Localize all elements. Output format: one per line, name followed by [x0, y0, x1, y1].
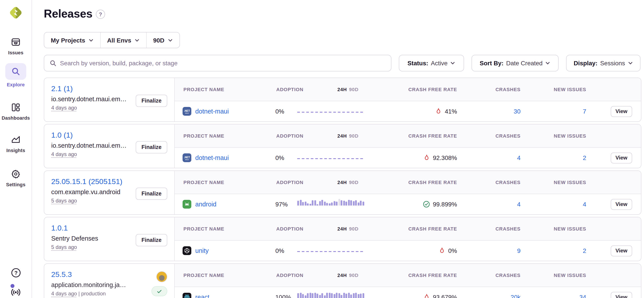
sidebar-label-settings: Settings — [6, 182, 26, 187]
sidebar-label-insights: Insights — [6, 148, 25, 153]
display-dropdown[interactable]: Display: Sessions — [566, 55, 640, 71]
view-button[interactable]: View — [611, 199, 632, 210]
new-issues-link[interactable]: 2 — [583, 154, 586, 161]
release-package: io.sentry.dotnet.maui.em… — [51, 96, 136, 103]
android-project-icon — [182, 200, 191, 209]
adoption-value: 0% — [271, 247, 297, 254]
status-value: Active — [431, 60, 448, 67]
sidebar-item-dashboards[interactable]: Dashboards — [0, 102, 32, 121]
period-24h-toggle[interactable]: 24H — [337, 226, 347, 231]
page-title: Releases — [44, 7, 92, 21]
release-version-link[interactable]: 2.1 (1) — [51, 85, 73, 93]
release-version-link[interactable]: 25.5.3 — [51, 270, 72, 279]
search-input[interactable] — [60, 60, 386, 67]
adoption-value: 97% — [271, 201, 297, 208]
adoption-sparkline — [297, 241, 372, 261]
svg-text:MAUI: MAUI — [185, 159, 189, 160]
finalized-check-button[interactable] — [152, 286, 167, 296]
org-logo[interactable] — [8, 5, 23, 20]
period-24h-toggle[interactable]: 24H — [337, 180, 347, 185]
crashes-link[interactable]: 4 — [517, 201, 520, 208]
project-filter-value: My Projects — [51, 37, 85, 44]
page-title-help-icon[interactable]: ? — [96, 10, 105, 19]
release-timestamp: 4 days agoproduction — [51, 290, 152, 297]
crashes-link[interactable]: 9 — [517, 247, 520, 254]
flame-icon — [423, 154, 430, 161]
period-90d-toggle[interactable]: 90D — [349, 87, 358, 92]
issues-icon — [10, 36, 22, 48]
dotnet-maui-project-icon: .NETMAUI — [182, 107, 191, 116]
release-timestamp: 5 days ago — [51, 198, 136, 204]
sort-by-value: Date Created — [506, 60, 543, 67]
period-24h-toggle[interactable]: 24H — [337, 87, 347, 92]
crash-free-value: 0% — [448, 247, 457, 254]
release-version-link[interactable]: 1.0 (1) — [51, 131, 73, 140]
column-header-crash-free-rate: Crash Free Rate — [372, 133, 466, 138]
chevron-down-icon — [450, 61, 456, 66]
project-link[interactable]: unity — [195, 247, 208, 254]
column-header-crashes: Crashes — [466, 133, 529, 138]
release-version-link[interactable]: 25.05.15.1 (2505151) — [51, 177, 122, 186]
period-24h-toggle[interactable]: 24H — [337, 133, 347, 138]
period-90d-toggle[interactable]: 90D — [349, 272, 358, 278]
period-24h-toggle[interactable]: 24H — [337, 272, 347, 278]
project-row: android 97% 99.899% 4 4 View — [175, 194, 641, 214]
column-header-adoption: Adoption — [276, 87, 304, 92]
column-header-crash-free-rate: Crash Free Rate — [372, 180, 466, 185]
new-issues-link[interactable]: 7 — [583, 108, 586, 115]
sidebar-item-settings[interactable]: Settings — [0, 168, 32, 187]
view-button[interactable]: View — [611, 292, 632, 298]
project-row: .NETMAUI dotnet-maui 0% 41% 30 7 View — [175, 101, 641, 121]
new-issues-link[interactable]: 34 — [580, 293, 586, 298]
date-range-filter-value: 90D — [153, 37, 164, 44]
react-project-icon — [182, 293, 191, 298]
finalize-button[interactable]: Finalize — [136, 188, 167, 200]
view-button[interactable]: View — [611, 245, 632, 256]
adoption-sparkline — [297, 194, 372, 214]
period-90d-toggle[interactable]: 90D — [349, 133, 358, 138]
crashes-link[interactable]: 4 — [517, 154, 520, 161]
crashes-link[interactable]: 30 — [514, 108, 520, 115]
finalize-button[interactable]: Finalize — [136, 234, 167, 246]
date-range-filter-dropdown[interactable]: 90D — [146, 33, 179, 48]
project-filter-dropdown[interactable]: My Projects — [44, 33, 100, 48]
view-button[interactable]: View — [611, 152, 632, 163]
sidebar-item-explore[interactable]: Explore — [0, 63, 32, 87]
environment-filter-dropdown[interactable]: All Envs — [100, 33, 146, 48]
period-90d-toggle[interactable]: 90D — [349, 180, 358, 185]
chevron-down-icon — [628, 61, 633, 66]
view-button[interactable]: View — [611, 106, 632, 117]
flame-icon — [435, 108, 442, 115]
sidebar-item-issues[interactable]: Issues — [0, 36, 32, 55]
release-version-link[interactable]: 1.0.1 — [51, 224, 68, 233]
status-dropdown[interactable]: Status: Active — [399, 55, 464, 71]
sidebar-item-insights[interactable]: Insights — [0, 134, 32, 153]
sort-by-dropdown[interactable]: Sort By: Date Created — [472, 55, 559, 71]
column-header-crash-free-rate: Crash Free Rate — [372, 87, 466, 92]
flame-icon — [439, 247, 445, 254]
display-value: Sessions — [600, 60, 625, 67]
project-link[interactable]: dotnet-maui — [195, 108, 229, 115]
help-button[interactable]: ? — [0, 267, 32, 278]
release-card: 25.05.15.1 (2505151) com.example.vu.andr… — [44, 170, 641, 215]
svg-text:.NET: .NET — [184, 109, 190, 112]
column-header-crash-free-rate: Crash Free Rate — [372, 226, 466, 231]
release-package: io.sentry.dotnet.maui.em… — [51, 142, 136, 149]
insights-chart-icon — [10, 134, 22, 145]
explore-active-pill — [5, 63, 26, 80]
adoption-value: 0% — [271, 108, 297, 115]
finalize-button[interactable]: Finalize — [136, 141, 167, 153]
new-issues-link[interactable]: 2 — [583, 247, 586, 254]
project-link[interactable]: react — [195, 293, 210, 298]
finalize-button[interactable]: Finalize — [136, 95, 167, 107]
project-link[interactable]: android — [195, 201, 216, 208]
whats-new-button[interactable] — [0, 286, 32, 298]
new-issues-link[interactable]: 4 — [583, 201, 586, 208]
chevron-down-icon — [88, 38, 94, 43]
period-90d-toggle[interactable]: 90D — [349, 226, 358, 231]
column-header-adoption: Adoption — [276, 226, 304, 231]
period-toggle: 24H90D — [337, 87, 358, 92]
chevron-down-icon — [545, 61, 550, 66]
project-link[interactable]: dotnet-maui — [195, 154, 229, 161]
crashes-link[interactable]: 20k — [511, 293, 520, 298]
